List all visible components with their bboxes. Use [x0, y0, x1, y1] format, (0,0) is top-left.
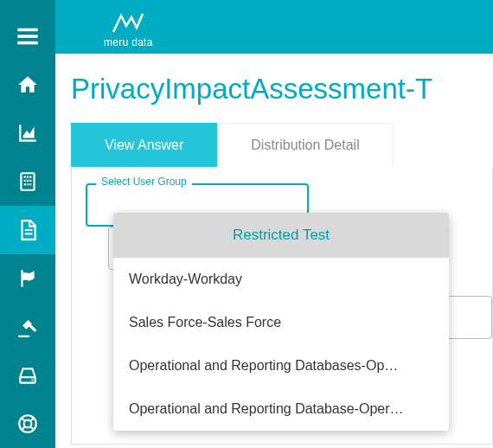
nav-drive[interactable]: [0, 351, 55, 400]
svg-rect-5: [27, 176, 29, 178]
gavel-icon: [16, 316, 39, 338]
tab-distribution-detail[interactable]: Distribution Detail: [217, 123, 393, 167]
svg-rect-9: [29, 180, 31, 182]
dropdown-option-2[interactable]: Sales Force-Sales Force: [113, 301, 449, 344]
chart-icon: [16, 122, 39, 144]
flag-icon: [16, 267, 39, 290]
svg-rect-4: [24, 176, 26, 178]
nav-home[interactable]: [0, 61, 55, 109]
svg-rect-8: [27, 180, 29, 182]
nav-support[interactable]: [0, 400, 55, 448]
brand-logo[interactable]: meru data: [104, 10, 153, 48]
svg-rect-1: [17, 35, 37, 38]
svg-rect-11: [27, 183, 29, 185]
drive-icon: [16, 364, 39, 387]
topbar: meru data: [55, 0, 493, 54]
user-group-dropdown[interactable]: Restricted Test Workday-Workday Sales Fo…: [113, 213, 449, 431]
svg-point-16: [31, 379, 33, 381]
svg-point-18: [24, 420, 32, 428]
building-icon: [16, 170, 39, 193]
dropdown-option-1[interactable]: Workday-Workday: [113, 258, 449, 301]
nav-gavel[interactable]: [0, 303, 55, 351]
dropdown-option-3[interactable]: Operational and Reporting Databases-Op…: [113, 344, 449, 387]
svg-rect-2: [17, 42, 37, 45]
svg-line-21: [30, 417, 34, 420]
dropdown-option-0[interactable]: Restricted Test: [113, 213, 449, 258]
svg-rect-10: [24, 183, 26, 185]
tabs: View Answer Distribution Detail: [71, 123, 493, 168]
dropdown-option-4[interactable]: Operational and Reporting Database-Oper…: [113, 387, 449, 431]
menu-toggle[interactable]: [0, 12, 55, 61]
nav-document[interactable]: [0, 206, 55, 254]
tab-view-answer[interactable]: View Answer: [71, 123, 217, 167]
page-title: PrivacyImpactAssessment-T: [71, 73, 493, 106]
hamburger-icon: [16, 24, 40, 48]
brand-name: meru data: [104, 36, 153, 48]
sidebar: [0, 0, 55, 448]
nav-flag[interactable]: [0, 254, 55, 303]
svg-rect-6: [29, 176, 31, 178]
svg-line-19: [21, 417, 24, 420]
svg-rect-0: [17, 29, 37, 32]
home-icon: [16, 74, 39, 96]
svg-line-22: [21, 426, 24, 430]
lifebuoy-icon: [16, 413, 39, 435]
svg-rect-12: [29, 183, 31, 185]
brand-mountain-icon: [111, 10, 145, 35]
nav-chart[interactable]: [0, 109, 55, 157]
svg-line-20: [30, 426, 34, 430]
document-icon: [16, 219, 39, 241]
nav-building[interactable]: [0, 157, 55, 206]
svg-rect-7: [24, 180, 26, 182]
select-user-group-label: Select User Group: [96, 176, 192, 188]
